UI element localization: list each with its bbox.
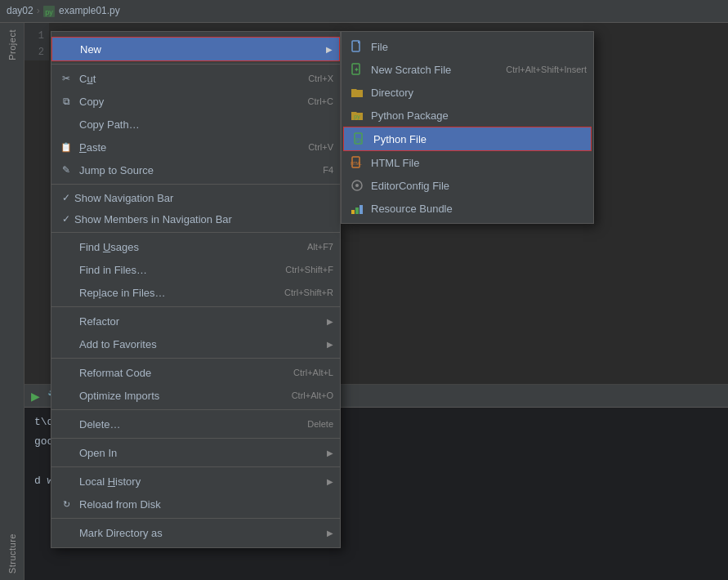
submenu-item-pypkg[interactable]: py Python Package	[342, 104, 593, 127]
submenu-item-editorconfig[interactable]: EditorConfig File	[342, 174, 593, 197]
cut-icon: ✂	[58, 70, 74, 87]
menu-item-replaceinfiles[interactable]: Replace in Files… Ctrl+Shift+R	[51, 281, 340, 304]
context-menu: New ▶ ✂ Cut Ctrl+X ⧉ Copy Ctrl+C Copy Pa…	[51, 31, 341, 548]
menu-label-reformat: Reformat Code	[79, 367, 277, 379]
sep7	[51, 438, 340, 439]
menu-item-copypath[interactable]: Copy Path…	[51, 113, 340, 136]
svg-text:✦: ✦	[354, 66, 360, 74]
copy-shortcut: Ctrl+C	[292, 96, 333, 106]
menu-item-showmembers[interactable]: ✓ Show Members in Navigation Bar	[51, 208, 340, 230]
menu-label-showmembers: Show Members in Navigation Bar	[74, 213, 333, 225]
svg-text:py: py	[354, 114, 360, 120]
menu-label-copy: Copy	[79, 96, 292, 108]
optimize-shortcut: Ctrl+Alt+O	[275, 390, 333, 400]
menu-label-cut: Cut	[79, 73, 292, 85]
menu-item-refactor[interactable]: Refactor ▶	[51, 310, 340, 332]
menu-item-findusages[interactable]: Find Usages Alt+F7	[51, 235, 340, 258]
sep2	[51, 184, 340, 185]
menu-item-markdir[interactable]: Mark Directory as ▶	[51, 521, 340, 544]
menu-label-optimizeimports: Optimize Imports	[79, 390, 275, 402]
addtofav-arrow: ▶	[327, 340, 333, 349]
paste-shortcut: Ctrl+V	[292, 142, 333, 152]
menu-label-openin: Open In	[79, 447, 324, 459]
optimize-icon	[58, 387, 74, 404]
copypath-icon	[58, 116, 74, 132]
findusages-icon	[58, 239, 74, 255]
menu-item-optimizeimports[interactable]: Optimize Imports Ctrl+Alt+O	[51, 384, 340, 407]
paste-icon: 📋	[58, 139, 74, 155]
svg-text:HTML: HTML	[351, 161, 362, 166]
copy-icon: ⧉	[58, 93, 74, 109]
submenu-item-pyfile[interactable]: py Python File	[343, 127, 592, 151]
menu-item-findinfiles[interactable]: Find in Files… Ctrl+Shift+F	[51, 258, 340, 281]
localhistory-icon	[58, 473, 74, 489]
refactor-icon	[58, 313, 74, 329]
menu-item-cut[interactable]: ✂ Cut Ctrl+X	[51, 67, 340, 90]
top-bar: day02 › py example01.py	[0, 0, 728, 23]
run-play-button[interactable]: ▶	[28, 389, 42, 404]
submenu-label-newscratch: New Scratch File	[371, 64, 506, 76]
menu-item-openin[interactable]: Open In ▶	[51, 441, 340, 464]
breadcrumb-file: py example01.py	[43, 5, 120, 17]
cut-shortcut: Ctrl+X	[292, 74, 333, 83]
submenu-item-file[interactable]: File	[342, 35, 593, 58]
menu-item-shownav[interactable]: ✓ Show Navigation Bar	[51, 187, 340, 208]
openin-icon	[58, 444, 74, 461]
submenu: File ✦ New Scratch File Ctrl+Alt+Shift+I…	[341, 31, 594, 224]
menu-label-paste: Paste	[79, 141, 292, 154]
menu-item-copy[interactable]: ⧉ Copy Ctrl+C	[51, 90, 340, 113]
menu-label-findinfiles: Find in Files…	[79, 264, 269, 276]
line-num-1: 1	[25, 28, 44, 44]
menu-item-reformat[interactable]: Reformat Code Ctrl+Alt+L	[51, 361, 340, 384]
replace-shortcut: Ctrl+Shift+R	[268, 288, 333, 297]
markdir-icon	[58, 524, 74, 541]
findusages-shortcut: Alt+F7	[291, 242, 333, 252]
submenu-label-resourcebundle: Resource Bundle	[371, 203, 587, 215]
menu-item-localhistory[interactable]: Local History ▶	[51, 470, 340, 493]
pypkg-icon: py	[348, 107, 366, 123]
refactor-arrow: ▶	[327, 317, 333, 326]
submenu-item-htmlfile[interactable]: HTML HTML File	[342, 151, 593, 174]
jump-shortcut: F4	[306, 165, 333, 175]
replace-icon	[58, 284, 74, 301]
menu-label-replaceinfiles: Replace in Files…	[79, 287, 268, 299]
submenu-item-newscratch[interactable]: ✦ New Scratch File Ctrl+Alt+Shift+Insert	[342, 58, 593, 81]
localhistory-arrow: ▶	[327, 477, 333, 486]
menu-item-addtofav[interactable]: Add to Favorites ▶	[51, 332, 340, 355]
left-sidebar: Project Structure	[0, 23, 25, 580]
menu-label-jumptosource: Jump to Source	[79, 164, 306, 176]
menu-label-localhistory: Local History	[79, 475, 324, 488]
submenu-item-directory[interactable]: Directory	[342, 81, 593, 104]
menu-item-paste[interactable]: 📋 Paste Ctrl+V	[51, 136, 340, 158]
menu-item-reloadfromdisk[interactable]: ↻ Reload from Disk	[51, 493, 340, 515]
svg-rect-12	[351, 210, 355, 214]
findinfiles-shortcut: Ctrl+Shift+F	[269, 265, 333, 274]
sep1	[51, 64, 340, 65]
menu-label-shownav: Show Navigation Bar	[74, 192, 333, 204]
sep3	[51, 232, 340, 233]
menu-item-jumptosource[interactable]: ✎ Jump to Source F4	[51, 158, 340, 181]
menu-label-refactor: Refactor	[79, 315, 324, 328]
new-icon	[59, 41, 75, 57]
file-icon	[348, 38, 366, 55]
svg-point-11	[355, 184, 359, 187]
pyfile-icon: py	[351, 131, 368, 147]
markdir-arrow: ▶	[327, 529, 333, 538]
menu-label-addtofav: Add to Favorites	[79, 338, 324, 350]
submenu-item-resourcebundle[interactable]: Resource Bundle	[342, 197, 593, 220]
submenu-label-directory: Directory	[371, 87, 587, 99]
line-numbers: 1 2	[25, 23, 49, 60]
sep4	[51, 306, 340, 307]
scratch-icon: ✦	[348, 61, 366, 78]
menu-item-new[interactable]: New ▶	[51, 37, 340, 61]
openin-arrow: ▶	[327, 448, 333, 457]
newscratch-shortcut: Ctrl+Alt+Shift+Insert	[506, 65, 587, 74]
htmlfile-icon: HTML	[348, 154, 366, 171]
jump-icon: ✎	[58, 162, 74, 178]
svg-rect-13	[355, 207, 359, 214]
menu-item-delete[interactable]: Delete… Delete	[51, 413, 340, 435]
check-showmembers: ✓	[58, 213, 74, 225]
editorconfig-icon	[348, 177, 366, 194]
findinfiles-icon	[58, 261, 74, 278]
reformat-icon	[58, 364, 74, 381]
